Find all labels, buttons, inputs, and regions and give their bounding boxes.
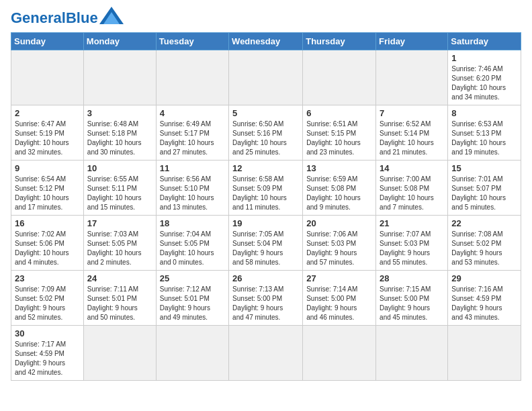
calendar-cell: 15Sunrise: 7:01 AM Sunset: 5:07 PM Dayli… bbox=[448, 161, 521, 216]
calendar-table: SundayMondayTuesdayWednesdayThursdayFrid… bbox=[11, 32, 521, 381]
day-number: 2 bbox=[15, 108, 80, 118]
calendar-cell: 22Sunrise: 7:08 AM Sunset: 5:02 PM Dayli… bbox=[448, 216, 521, 271]
calendar-cell: 21Sunrise: 7:07 AM Sunset: 5:03 PM Dayli… bbox=[376, 216, 448, 271]
day-info: Sunrise: 7:03 AM Sunset: 5:05 PM Dayligh… bbox=[87, 230, 152, 267]
day-info: Sunrise: 6:49 AM Sunset: 5:17 PM Dayligh… bbox=[160, 120, 225, 157]
day-number: 15 bbox=[451, 163, 517, 173]
day-info: Sunrise: 6:53 AM Sunset: 5:13 PM Dayligh… bbox=[451, 120, 517, 157]
day-info: Sunrise: 7:02 AM Sunset: 5:06 PM Dayligh… bbox=[15, 230, 80, 267]
day-number: 1 bbox=[451, 53, 517, 63]
calendar-cell: 29Sunrise: 7:16 AM Sunset: 4:59 PM Dayli… bbox=[448, 271, 521, 326]
calendar-cell: 3Sunrise: 6:48 AM Sunset: 5:18 PM Daylig… bbox=[83, 105, 156, 161]
calendar-cell bbox=[83, 50, 156, 105]
day-info: Sunrise: 6:58 AM Sunset: 5:09 PM Dayligh… bbox=[232, 175, 299, 212]
weekday-header-row: SundayMondayTuesdayWednesdayThursdayFrid… bbox=[11, 33, 521, 50]
day-info: Sunrise: 7:16 AM Sunset: 4:59 PM Dayligh… bbox=[451, 285, 517, 322]
day-number: 6 bbox=[306, 108, 372, 118]
calendar-week-2: 2Sunrise: 6:47 AM Sunset: 5:19 PM Daylig… bbox=[11, 105, 521, 161]
calendar-cell: 9Sunrise: 6:54 AM Sunset: 5:12 PM Daylig… bbox=[11, 161, 84, 216]
day-info: Sunrise: 6:52 AM Sunset: 5:14 PM Dayligh… bbox=[380, 120, 444, 157]
day-number: 10 bbox=[87, 163, 152, 173]
day-number: 19 bbox=[232, 218, 299, 228]
day-info: Sunrise: 7:08 AM Sunset: 5:02 PM Dayligh… bbox=[451, 230, 517, 267]
day-info: Sunrise: 7:13 AM Sunset: 5:00 PM Dayligh… bbox=[232, 285, 299, 322]
day-info: Sunrise: 7:11 AM Sunset: 5:01 PM Dayligh… bbox=[87, 285, 152, 322]
logo: GeneralBlue bbox=[11, 11, 124, 26]
day-info: Sunrise: 7:05 AM Sunset: 5:04 PM Dayligh… bbox=[232, 230, 299, 267]
calendar-cell bbox=[376, 50, 448, 105]
calendar-cell bbox=[229, 50, 303, 105]
day-number: 30 bbox=[15, 328, 80, 338]
calendar-cell: 11Sunrise: 6:56 AM Sunset: 5:10 PM Dayli… bbox=[156, 161, 228, 216]
calendar-cell: 17Sunrise: 7:03 AM Sunset: 5:05 PM Dayli… bbox=[83, 216, 156, 271]
calendar-cell: 24Sunrise: 7:11 AM Sunset: 5:01 PM Dayli… bbox=[83, 271, 156, 326]
calendar-cell bbox=[229, 326, 303, 381]
calendar-cell bbox=[156, 326, 228, 381]
day-info: Sunrise: 7:09 AM Sunset: 5:02 PM Dayligh… bbox=[15, 285, 80, 322]
day-number: 28 bbox=[380, 273, 444, 283]
day-info: Sunrise: 7:01 AM Sunset: 5:07 PM Dayligh… bbox=[451, 175, 517, 212]
calendar-cell: 30Sunrise: 7:17 AM Sunset: 4:59 PM Dayli… bbox=[11, 326, 84, 381]
calendar-cell: 13Sunrise: 6:59 AM Sunset: 5:08 PM Dayli… bbox=[303, 161, 376, 216]
calendar-cell: 2Sunrise: 6:47 AM Sunset: 5:19 PM Daylig… bbox=[11, 105, 84, 161]
day-number: 8 bbox=[451, 108, 517, 118]
weekday-header-wednesday: Wednesday bbox=[229, 33, 303, 50]
weekday-header-tuesday: Tuesday bbox=[156, 33, 228, 50]
weekday-header-thursday: Thursday bbox=[303, 33, 376, 50]
day-number: 17 bbox=[87, 218, 152, 228]
day-info: Sunrise: 7:07 AM Sunset: 5:03 PM Dayligh… bbox=[380, 230, 444, 267]
day-info: Sunrise: 7:06 AM Sunset: 5:03 PM Dayligh… bbox=[306, 230, 372, 267]
calendar-cell: 14Sunrise: 7:00 AM Sunset: 5:08 PM Dayli… bbox=[376, 161, 448, 216]
day-info: Sunrise: 6:56 AM Sunset: 5:10 PM Dayligh… bbox=[160, 175, 225, 212]
calendar-week-4: 16Sunrise: 7:02 AM Sunset: 5:06 PM Dayli… bbox=[11, 216, 521, 271]
day-number: 11 bbox=[160, 163, 225, 173]
calendar-cell: 18Sunrise: 7:04 AM Sunset: 5:05 PM Dayli… bbox=[156, 216, 228, 271]
calendar-cell: 27Sunrise: 7:14 AM Sunset: 5:00 PM Dayli… bbox=[303, 271, 376, 326]
day-number: 22 bbox=[451, 218, 517, 228]
calendar-cell bbox=[303, 326, 376, 381]
day-info: Sunrise: 7:46 AM Sunset: 6:20 PM Dayligh… bbox=[451, 64, 517, 102]
header: GeneralBlue bbox=[11, 11, 521, 26]
calendar-cell: 20Sunrise: 7:06 AM Sunset: 5:03 PM Dayli… bbox=[303, 216, 376, 271]
calendar-cell: 19Sunrise: 7:05 AM Sunset: 5:04 PM Dayli… bbox=[229, 216, 303, 271]
calendar-cell bbox=[448, 326, 521, 381]
logo-general: General bbox=[11, 9, 66, 26]
logo-text: GeneralBlue bbox=[11, 11, 98, 26]
day-number: 24 bbox=[87, 273, 152, 283]
logo-icon bbox=[99, 7, 124, 24]
day-info: Sunrise: 7:14 AM Sunset: 5:00 PM Dayligh… bbox=[306, 285, 372, 322]
calendar-cell: 10Sunrise: 6:55 AM Sunset: 5:11 PM Dayli… bbox=[83, 161, 156, 216]
day-number: 18 bbox=[160, 218, 225, 228]
day-number: 27 bbox=[306, 273, 372, 283]
weekday-header-sunday: Sunday bbox=[11, 33, 84, 50]
calendar-cell bbox=[376, 326, 448, 381]
day-number: 21 bbox=[380, 218, 444, 228]
calendar-cell bbox=[11, 50, 84, 105]
calendar-cell: 5Sunrise: 6:50 AM Sunset: 5:16 PM Daylig… bbox=[229, 105, 303, 161]
day-number: 7 bbox=[380, 108, 444, 118]
day-info: Sunrise: 7:17 AM Sunset: 4:59 PM Dayligh… bbox=[15, 340, 80, 377]
calendar-cell: 16Sunrise: 7:02 AM Sunset: 5:06 PM Dayli… bbox=[11, 216, 84, 271]
calendar-week-3: 9Sunrise: 6:54 AM Sunset: 5:12 PM Daylig… bbox=[11, 161, 521, 216]
day-info: Sunrise: 6:50 AM Sunset: 5:16 PM Dayligh… bbox=[232, 120, 299, 157]
calendar-cell: 8Sunrise: 6:53 AM Sunset: 5:13 PM Daylig… bbox=[448, 105, 521, 161]
calendar-week-6: 30Sunrise: 7:17 AM Sunset: 4:59 PM Dayli… bbox=[11, 326, 521, 381]
weekday-header-friday: Friday bbox=[376, 33, 448, 50]
day-info: Sunrise: 6:55 AM Sunset: 5:11 PM Dayligh… bbox=[87, 175, 152, 212]
day-info: Sunrise: 7:15 AM Sunset: 5:00 PM Dayligh… bbox=[380, 285, 444, 322]
day-info: Sunrise: 7:12 AM Sunset: 5:01 PM Dayligh… bbox=[160, 285, 225, 322]
calendar-cell bbox=[83, 326, 156, 381]
day-number: 13 bbox=[306, 163, 372, 173]
day-info: Sunrise: 6:47 AM Sunset: 5:19 PM Dayligh… bbox=[15, 120, 80, 157]
day-number: 12 bbox=[232, 163, 299, 173]
logo-blue: Blue bbox=[66, 9, 98, 26]
day-number: 14 bbox=[380, 163, 444, 173]
day-number: 4 bbox=[160, 108, 225, 118]
day-info: Sunrise: 6:54 AM Sunset: 5:12 PM Dayligh… bbox=[15, 175, 80, 212]
calendar-week-5: 23Sunrise: 7:09 AM Sunset: 5:02 PM Dayli… bbox=[11, 271, 521, 326]
weekday-header-saturday: Saturday bbox=[448, 33, 521, 50]
calendar-cell: 25Sunrise: 7:12 AM Sunset: 5:01 PM Dayli… bbox=[156, 271, 228, 326]
day-number: 16 bbox=[15, 218, 80, 228]
day-number: 20 bbox=[306, 218, 372, 228]
day-number: 23 bbox=[15, 273, 80, 283]
